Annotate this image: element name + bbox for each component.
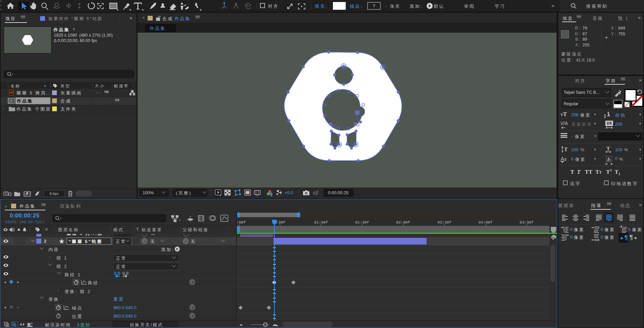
svg-text:T: T bbox=[606, 146, 610, 152]
svg-text:a: a bbox=[564, 157, 567, 161]
svg-text:T: T bbox=[564, 146, 568, 153]
